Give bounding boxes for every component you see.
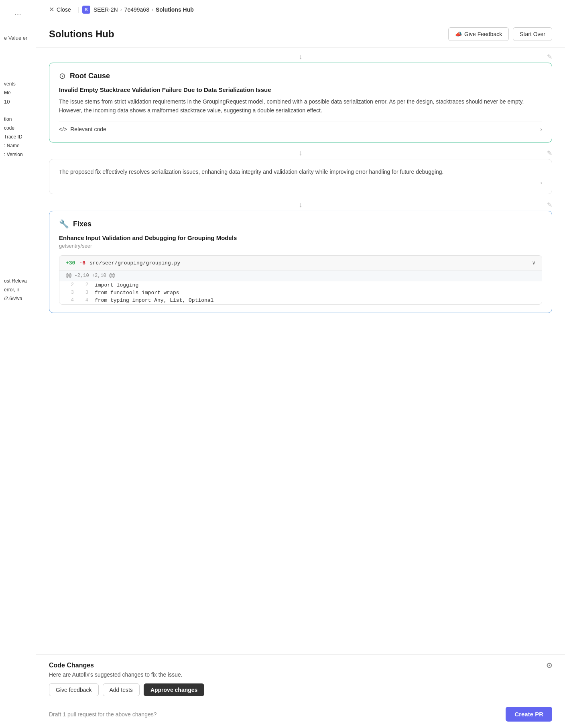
fixes-card: 🔧 Fixes Enhance Input Validation and Deb… <box>49 211 552 313</box>
add-tests-button[interactable]: Add tests <box>103 683 140 696</box>
breadcrumb: SEER-2N › 7e499a68 › Solutions Hub <box>93 6 194 13</box>
close-x-icon: ✕ <box>49 6 54 13</box>
down-arrow-3-icon: ↓ <box>299 201 303 209</box>
relevant-code-link[interactable]: </> Relevant code › <box>59 122 542 134</box>
fixes-header: 🔧 Fixes <box>59 219 542 229</box>
fixes-icon: 🔧 <box>59 219 69 229</box>
sidebar-me: Me <box>4 90 32 96</box>
root-cause-title: Root Cause <box>70 72 110 80</box>
create-pr-button[interactable]: Create PR <box>506 707 552 722</box>
draft-row: Draft 1 pull request for the above chang… <box>49 702 552 722</box>
code-brackets-icon: </> <box>59 126 67 132</box>
diff-header-left: +30 -6 src/seer/grouping/grouping.py <box>66 260 180 266</box>
summary-body: The proposed fix effectively resolves se… <box>59 167 542 176</box>
diff-filename: src/seer/grouping/grouping.py <box>89 260 180 266</box>
flow-arrow-top: ↓ ✎ <box>49 48 552 63</box>
close-button[interactable]: ✕ Close <box>46 4 74 15</box>
approve-changes-button[interactable]: Approve changes <box>144 683 204 696</box>
diff-hunk: @@ -2,10 +2,10 @@ <box>59 270 542 281</box>
diff-line-content-3: from typing import Any, List, Optional <box>95 297 213 303</box>
diff-body: @@ -2,10 +2,10 @@ 2 2 import logging 3 3… <box>59 270 542 304</box>
diff-collapse-icon[interactable]: ∨ <box>532 260 535 266</box>
root-cause-header: ⊙ Root Cause <box>59 71 542 81</box>
sidebar-number: 10 <box>4 99 32 105</box>
fix-repo: getsentry/seer <box>59 243 542 249</box>
bottom-panel: Code Changes ⊙ Here are Autofix's sugges… <box>36 654 565 728</box>
edit-icon-top[interactable]: ✎ <box>547 53 552 61</box>
fix-title: Enhance Input Validation and Debugging f… <box>59 234 542 241</box>
code-link-chevron: › <box>540 126 542 132</box>
root-cause-card: ⊙ Root Cause Invalid Empty Stacktrace Va… <box>49 63 552 142</box>
sidebar-section-code: code <box>4 125 32 131</box>
flow-arrow-2: ↓ ✎ <box>49 144 552 159</box>
summary-card[interactable]: The proposed fix effectively resolves se… <box>49 159 552 194</box>
draft-text: Draft 1 pull request for the above chang… <box>49 711 157 718</box>
diff-line-2: 3 3 from functools import wraps <box>59 289 542 297</box>
breadcrumb-commit[interactable]: 7e499a68 <box>124 6 149 13</box>
edit-icon-2[interactable]: ✎ <box>547 149 552 157</box>
start-over-button[interactable]: Start Over <box>513 27 552 41</box>
down-arrow-icon: ↓ <box>299 53 303 61</box>
sidebar-section-version: : Version <box>4 152 32 157</box>
approve-changes-label: Approve changes <box>150 687 197 693</box>
diff-block: +30 -6 src/seer/grouping/grouping.py ∨ @… <box>59 255 542 305</box>
main-panel: ✕ Close | S SEER-2N › 7e499a68 › Solutio… <box>36 0 565 728</box>
breadcrumb-chevron-1: › <box>120 7 122 12</box>
code-changes-desc: Here are Autofix's suggested changes to … <box>49 671 552 678</box>
code-changes-icon: ⊙ <box>546 661 552 670</box>
diff-deletions: -6 <box>79 260 85 266</box>
diff-line-1: 2 2 import logging <box>59 281 542 289</box>
sidebar-bottom-3: /2.6/v/va <box>4 296 32 301</box>
summary-chevron: › <box>540 179 542 186</box>
create-pr-label: Create PR <box>514 711 543 718</box>
diff-line-content-1: import logging <box>95 282 138 288</box>
give-feedback-bottom-button[interactable]: Give feedback <box>49 683 99 696</box>
content-area: ↓ ✎ ⊙ Root Cause Invalid Empty Stacktrac… <box>36 48 565 654</box>
breadcrumb-project[interactable]: SEER-2N <box>93 6 118 13</box>
topbar-separator: | <box>77 6 79 13</box>
page-title: Solutions Hub <box>49 28 114 40</box>
give-feedback-button[interactable]: 📣 Give Feedback <box>448 27 509 41</box>
bottom-panel-buttons: Give feedback Add tests Approve changes <box>49 683 552 696</box>
root-cause-icon: ⊙ <box>59 71 66 81</box>
give-feedback-bottom-label: Give feedback <box>56 687 92 693</box>
sidebar-section-tion: tion <box>4 116 32 122</box>
sidebar-dots: ... <box>4 8 32 17</box>
root-cause-body: The issue stems from strict validation r… <box>59 97 542 115</box>
edit-icon-3[interactable]: ✎ <box>547 201 552 209</box>
diff-additions: +30 <box>66 260 75 266</box>
diff-line-content-2: from functools import wraps <box>95 290 179 296</box>
sidebar: ... e Value er vents Me 10 tion code Tra… <box>0 0 36 728</box>
seer-icon: S <box>82 6 90 14</box>
topbar: ✕ Close | S SEER-2N › 7e499a68 › Solutio… <box>36 0 565 19</box>
down-arrow-2-icon: ↓ <box>299 149 303 157</box>
header-buttons: 📣 Give Feedback Start Over <box>448 27 552 41</box>
sidebar-bottom-2: error, ir <box>4 287 32 293</box>
diff-line-3: 4 4 from typing import Any, List, Option… <box>59 297 542 304</box>
sidebar-bottom-1: ost Releva <box>4 278 32 284</box>
diff-line-num-2a: 3 <box>66 290 74 295</box>
close-label: Close <box>57 6 71 13</box>
page-header: Solutions Hub 📣 Give Feedback Start Over <box>36 19 565 48</box>
code-link-left: </> Relevant code <box>59 126 106 132</box>
sidebar-partial-label-1: e Value er <box>4 33 32 43</box>
sidebar-events: vents <box>4 81 32 87</box>
code-changes-header: Code Changes ⊙ <box>49 661 552 670</box>
diff-header: +30 -6 src/seer/grouping/grouping.py ∨ <box>59 256 542 270</box>
fixes-title: Fixes <box>73 220 91 228</box>
diff-line-num-3a: 4 <box>66 297 74 303</box>
diff-line-num-3b: 4 <box>80 297 88 303</box>
diff-line-num-1b: 2 <box>80 282 88 288</box>
breadcrumb-chevron-2: › <box>152 7 153 12</box>
diff-line-num-2b: 3 <box>80 290 88 295</box>
start-over-label: Start Over <box>520 31 545 37</box>
sidebar-section-traceid: Trace ID <box>4 134 32 140</box>
root-cause-subtitle: Invalid Empty Stacktrace Validation Fail… <box>59 86 542 93</box>
diff-line-num-1a: 2 <box>66 282 74 288</box>
give-feedback-label: Give Feedback <box>464 31 502 37</box>
code-changes-title: Code Changes <box>49 662 94 669</box>
feedback-icon: 📣 <box>455 31 462 37</box>
relevant-code-label: Relevant code <box>70 126 106 132</box>
breadcrumb-current: Solutions Hub <box>156 6 194 13</box>
add-tests-label: Add tests <box>110 687 133 693</box>
